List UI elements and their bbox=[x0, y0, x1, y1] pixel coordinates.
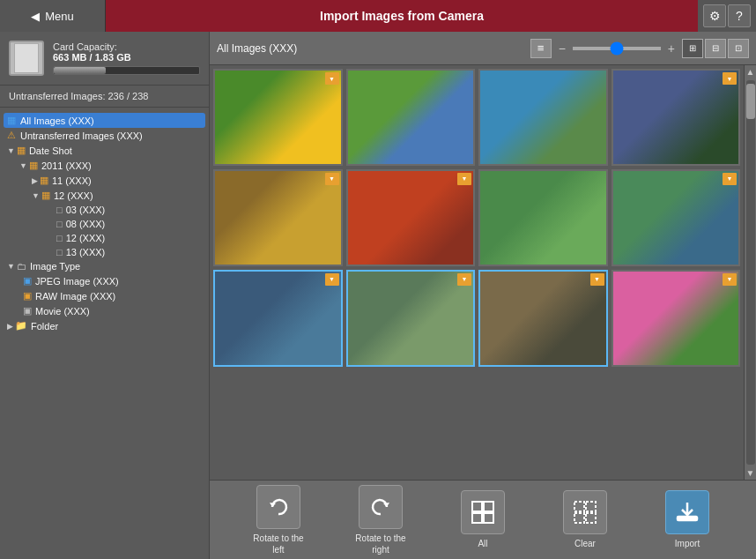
image-cell-8[interactable] bbox=[611, 169, 741, 266]
image-cell-11[interactable] bbox=[478, 270, 608, 367]
transfer-badge-8 bbox=[723, 173, 737, 185]
2011-arrow[interactable]: ▼ bbox=[19, 161, 27, 170]
image-cell-2[interactable] bbox=[346, 69, 476, 166]
header-icons: ⚙ ? bbox=[698, 0, 756, 32]
sidebar-item-date-shot[interactable]: ▼ ▦ Date Shot bbox=[4, 143, 205, 158]
folder-label: Folder bbox=[31, 321, 58, 332]
transfer-badge-9 bbox=[325, 273, 339, 286]
sidebar-tree: ▦ All Images (XXX) ⚠ Untransferred Image… bbox=[0, 108, 209, 559]
grid-2-button[interactable]: ⊟ bbox=[705, 39, 726, 58]
rotate-left-label: Rotate to theleft bbox=[253, 533, 303, 555]
clear-button[interactable]: Clear bbox=[550, 490, 620, 549]
svg-rect-3 bbox=[484, 513, 493, 523]
zoom-slider[interactable] bbox=[573, 47, 661, 50]
warning-icon: ⚠ bbox=[7, 130, 16, 141]
settings-icon: ⚙ bbox=[709, 9, 721, 23]
sidebar: Card Capacity: 663 MB / 1.83 GB Untransf… bbox=[0, 32, 210, 559]
all-button[interactable]: All bbox=[448, 490, 518, 549]
sidebar-item-folder[interactable]: ▶ 📁 Folder bbox=[4, 318, 205, 333]
title-bar: Import Images from Camera bbox=[106, 0, 698, 32]
import-button[interactable]: Import bbox=[652, 490, 723, 549]
view-list-button[interactable]: ≡ bbox=[530, 39, 552, 58]
scroll-up-arrow[interactable]: ▲ bbox=[745, 65, 756, 78]
sidebar-item-11[interactable]: ▶ ▦ 11 (XXX) bbox=[4, 173, 205, 188]
sidebar-item-12[interactable]: ▼ ▦ 12 (XXX) bbox=[4, 188, 205, 203]
card-icon-inner bbox=[14, 43, 39, 73]
image-grid-container[interactable] bbox=[210, 65, 744, 480]
list-view-icon: ≡ bbox=[537, 41, 545, 55]
main-layout: Card Capacity: 663 MB / 1.83 GB Untransf… bbox=[0, 32, 756, 559]
file-12b-icon: □ bbox=[56, 233, 63, 243]
folder-icon: 📁 bbox=[15, 320, 27, 332]
folder-image-type-icon: 🗀 bbox=[17, 261, 26, 272]
12-label: 12 (XXX) bbox=[54, 190, 93, 201]
11-arrow[interactable]: ▶ bbox=[32, 176, 38, 185]
sidebar-item-03[interactable]: □ 03 (XXX) bbox=[4, 203, 205, 217]
grid-4-button[interactable]: ⊞ bbox=[682, 39, 703, 58]
rotate-left-button[interactable]: Rotate to theleft bbox=[243, 485, 314, 555]
content-toolbar: All Images (XXX) ≡ − + ⊞ ⊟ ⊡ bbox=[210, 32, 756, 65]
scroll-thumb[interactable] bbox=[746, 84, 755, 119]
sidebar-item-08[interactable]: □ 08 (XXX) bbox=[4, 217, 205, 231]
svg-rect-2 bbox=[472, 513, 482, 523]
calendar-11-icon: ▦ bbox=[40, 175, 48, 186]
sidebar-item-untransferred[interactable]: ⚠ Untransferred Images (XXX) bbox=[4, 128, 205, 143]
rotate-right-icon-container bbox=[359, 485, 403, 529]
untransferred-tree-label: Untransferred Images (XXX) bbox=[20, 130, 143, 141]
image-cell-4[interactable] bbox=[611, 69, 741, 166]
rotate-right-button[interactable]: Rotate to theright bbox=[345, 485, 416, 555]
clear-icon-container bbox=[563, 490, 607, 534]
card-capacity-value: 663 MB / 1.83 GB bbox=[53, 52, 200, 63]
sidebar-item-image-type[interactable]: ▼ 🗀 Image Type bbox=[4, 259, 205, 273]
sidebar-item-12b[interactable]: □ 12 (XXX) bbox=[4, 231, 205, 245]
sidebar-item-all-images[interactable]: ▦ All Images (XXX) bbox=[4, 113, 205, 128]
window-title: Import Images from Camera bbox=[320, 9, 484, 23]
vertical-scrollbar[interactable]: ▲ ▼ bbox=[744, 65, 756, 480]
card-icon bbox=[9, 41, 44, 76]
image-cell-1[interactable] bbox=[213, 69, 343, 166]
all-icon-container bbox=[461, 490, 505, 534]
grid-row: ▲ ▼ bbox=[210, 65, 756, 480]
card-details: Card Capacity: 663 MB / 1.83 GB bbox=[53, 41, 200, 75]
image-cell-12[interactable] bbox=[611, 270, 741, 367]
sidebar-item-raw[interactable]: ▣ RAW Image (XXX) bbox=[4, 288, 205, 303]
date-shot-arrow[interactable]: ▼ bbox=[7, 146, 15, 155]
clear-label: Clear bbox=[574, 538, 596, 549]
image-cell-10[interactable] bbox=[346, 270, 476, 367]
svg-rect-8 bbox=[678, 517, 697, 520]
13-label: 13 (XXX) bbox=[66, 247, 106, 257]
help-icon: ? bbox=[736, 9, 743, 23]
03-label: 03 (XXX) bbox=[66, 205, 106, 215]
sidebar-item-jpeg[interactable]: ▣ JPEG Image (XXX) bbox=[4, 273, 205, 288]
svg-rect-7 bbox=[586, 513, 596, 523]
menu-button[interactable]: ◀ Menu bbox=[0, 0, 106, 32]
sidebar-item-movie[interactable]: ▣ Movie (XXX) bbox=[4, 303, 205, 318]
image-cell-3[interactable] bbox=[478, 69, 608, 166]
menu-arrow-icon: ◀ bbox=[31, 10, 40, 23]
help-button[interactable]: ? bbox=[728, 4, 751, 27]
all-label: All bbox=[478, 538, 487, 549]
image-cell-9[interactable] bbox=[213, 270, 343, 367]
scroll-track[interactable] bbox=[746, 80, 755, 465]
image-cell-5[interactable] bbox=[213, 169, 343, 266]
svg-rect-6 bbox=[574, 513, 584, 523]
settings-button[interactable]: ⚙ bbox=[703, 4, 726, 27]
rotate-left-icon-container bbox=[256, 485, 300, 529]
sidebar-item-13[interactable]: □ 13 (XXX) bbox=[4, 245, 205, 259]
image-cell-6[interactable] bbox=[346, 169, 476, 266]
all-images-label: All Images (XXX) bbox=[20, 116, 94, 126]
file-13-icon: □ bbox=[56, 247, 63, 257]
sidebar-item-2011[interactable]: ▼ ▦ 2011 (XXX) bbox=[4, 158, 205, 173]
movie-icon: ▣ bbox=[23, 305, 32, 317]
rotate-left-icon bbox=[265, 494, 292, 520]
zoom-minus-icon: − bbox=[559, 41, 566, 56]
08-label: 08 (XXX) bbox=[66, 219, 106, 229]
grid-1-button[interactable]: ⊡ bbox=[728, 39, 749, 58]
transfer-badge-10 bbox=[457, 273, 471, 286]
12-arrow[interactable]: ▼ bbox=[32, 191, 40, 200]
image-cell-7[interactable] bbox=[478, 169, 608, 266]
svg-rect-4 bbox=[574, 502, 584, 511]
scroll-down-arrow[interactable]: ▼ bbox=[745, 466, 756, 480]
image-type-arrow[interactable]: ▼ bbox=[7, 262, 15, 271]
folder-arrow[interactable]: ▶ bbox=[7, 322, 13, 331]
